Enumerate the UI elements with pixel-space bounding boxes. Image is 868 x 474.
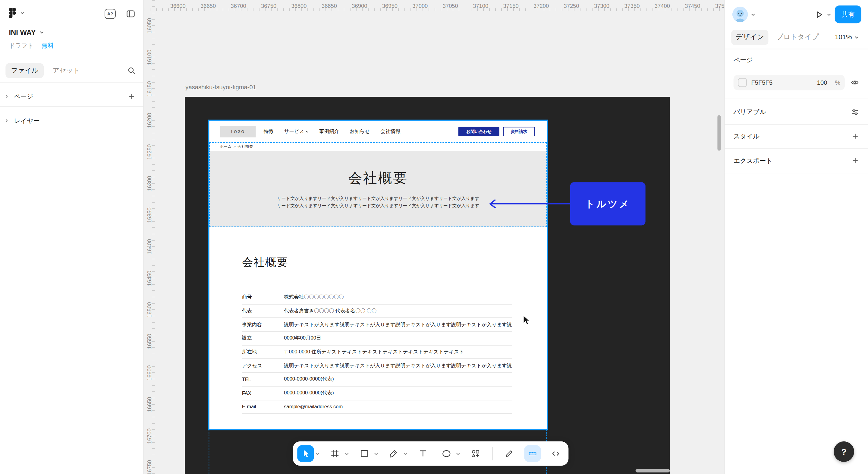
- chevron-right-icon[interactable]: [4, 94, 9, 98]
- annotation-note[interactable]: トルツメ: [570, 182, 646, 225]
- table-row[interactable]: E-mail sample@mailaddress.com: [242, 400, 512, 414]
- table-row[interactable]: 代表 代表者肩書き〇〇〇〇 代表者名〇〇 〇〇: [242, 304, 512, 318]
- nav-item: サービス: [284, 128, 309, 135]
- company-spec-table[interactable]: 商号 株式会社〇〇〇〇〇〇〇〇 代表 代表者肩書き〇〇〇〇 代表者名〇〇 〇〇 …: [242, 291, 512, 414]
- table-row[interactable]: 所在地 〒000-0000 住所テキストテキストテキストテキストテキストテキスト…: [242, 346, 512, 359]
- tab-assets[interactable]: アセット: [53, 66, 80, 75]
- text-tool-button[interactable]: [415, 445, 431, 462]
- panel-toggle-icon[interactable]: [126, 9, 135, 18]
- search-icon[interactable]: [127, 66, 135, 75]
- tab-prototype[interactable]: プロトタイプ: [776, 32, 818, 41]
- left-sidebar: A? INI WAY ドラフト 無料 ファイル アセット: [0, 0, 144, 474]
- export-section-label[interactable]: エクスポート: [734, 156, 772, 165]
- actions-shapes-button[interactable]: [467, 445, 484, 462]
- variables-section-label[interactable]: バリアブル: [734, 108, 766, 116]
- nav-item: 会社情報: [380, 128, 400, 135]
- help-button[interactable]: ?: [834, 441, 854, 462]
- mouse-cursor: [523, 315, 531, 327]
- frame-tool-button[interactable]: [327, 445, 343, 462]
- ruler-number: 16300: [144, 168, 155, 200]
- eye-icon[interactable]: [850, 78, 859, 87]
- page-color-field[interactable]: F5F5F5 100 %: [734, 75, 845, 90]
- code-icon: [551, 449, 560, 458]
- table-row[interactable]: 事業内容 説明テキストが入ります説明テキストが入ります説明テキストが入ります説明…: [242, 318, 512, 332]
- a-question-icon[interactable]: A?: [104, 9, 116, 19]
- row-value: 0000年00月00日: [284, 335, 512, 342]
- add-page-button[interactable]: [128, 93, 135, 100]
- chevron-down-icon[interactable]: [751, 12, 756, 17]
- ruler-number: 37200: [526, 2, 556, 9]
- row-label: 事業内容: [242, 321, 284, 328]
- color-hex-value[interactable]: F5F5F5: [751, 79, 812, 86]
- row-label: E-mail: [242, 404, 284, 410]
- row-label: 所在地: [242, 348, 284, 355]
- ruler-number: 16450: [144, 263, 155, 294]
- vertical-scrollbar[interactable]: [717, 115, 721, 151]
- sidebar-item-layers[interactable]: レイヤー: [14, 117, 40, 125]
- ruler-number: 36850: [314, 2, 344, 9]
- color-swatch[interactable]: [738, 78, 747, 87]
- chevron-down-icon[interactable]: [827, 12, 832, 17]
- present-play-icon[interactable]: [814, 10, 824, 19]
- row-value: 説明テキストが入ります説明テキストが入ります説明テキストが入ります説明テキストが…: [284, 321, 512, 328]
- frame-name-label[interactable]: yasashiku-tsuyoi-figma-01: [185, 84, 256, 90]
- move-tool-button[interactable]: [297, 445, 314, 462]
- row-label: アクセス: [242, 362, 284, 369]
- chevron-down-icon[interactable]: [374, 451, 379, 456]
- table-row[interactable]: アクセス 説明テキストが入ります説明テキストが入ります説明テキストが入ります説明…: [242, 359, 512, 373]
- table-row[interactable]: 設立 0000年00月00日: [242, 332, 512, 345]
- zoom-control[interactable]: 101%: [835, 33, 859, 41]
- hero-lead-text: リード文が入りますリード文が入りますリード文が入りますリード文が入りますリード文…: [277, 195, 479, 210]
- ruler-number: 36600: [163, 2, 193, 9]
- nav-item: お知らせ: [350, 128, 370, 135]
- color-opacity-value[interactable]: 100: [817, 79, 827, 86]
- ruler-number: 36750: [253, 2, 284, 9]
- design-nav: 特徴 サービス 事例紹介 お知らせ 会社情報: [264, 128, 400, 135]
- share-button[interactable]: 共有: [835, 5, 861, 23]
- chevron-down-icon[interactable]: [344, 451, 349, 456]
- styles-section-label[interactable]: スタイル: [734, 132, 760, 141]
- row-value: 株式会社〇〇〇〇〇〇〇〇: [284, 294, 512, 301]
- row-value: 0000-0000-0000(代表): [284, 376, 512, 383]
- canvas[interactable]: 3660036650367003675036800368503690036950…: [144, 0, 724, 474]
- sidebar-item-pages[interactable]: ページ: [14, 92, 33, 101]
- team-name-dropdown[interactable]: INI WAY: [9, 28, 44, 37]
- pen-tool-button[interactable]: [385, 445, 402, 462]
- variables-settings-icon[interactable]: [851, 108, 859, 116]
- pencil-tool-button[interactable]: [501, 445, 518, 462]
- ruler-number: 16100: [144, 41, 155, 73]
- rectangle-tool-button[interactable]: [356, 445, 373, 462]
- figma-menu-button[interactable]: [9, 8, 25, 19]
- shape-ellipse-tool-button[interactable]: [438, 445, 455, 462]
- free-plan-link[interactable]: 無料: [41, 41, 54, 50]
- chevron-down-icon[interactable]: [456, 451, 461, 456]
- add-style-button[interactable]: [851, 132, 859, 140]
- tab-design[interactable]: デザイン: [731, 30, 768, 45]
- ruler-number: 36800: [284, 2, 314, 9]
- toolbar-divider: [492, 447, 493, 460]
- row-label: 商号: [242, 294, 284, 301]
- design-hero-section[interactable]: 会社概要 リード文が入りますリード文が入りますリード文が入りますリード文が入りま…: [209, 151, 547, 227]
- add-export-button[interactable]: [851, 157, 859, 165]
- table-row[interactable]: FAX 0000-0000-0000(代表): [242, 387, 512, 400]
- table-row[interactable]: TEL 0000-0000-0000(代表): [242, 373, 512, 386]
- company-section-title: 会社概要: [242, 255, 547, 270]
- horizontal-scrollbar[interactable]: [636, 469, 670, 473]
- tab-files[interactable]: ファイル: [5, 63, 44, 78]
- dev-mode-code-button[interactable]: [548, 445, 564, 462]
- design-header[interactable]: LOGO 特徴 サービス 事例紹介 お知らせ 会社情報 お問い合わせ 資料請求: [209, 121, 547, 142]
- chevron-right-icon[interactable]: [4, 119, 9, 123]
- ruler-number: 37350: [617, 2, 647, 9]
- chevron-down-icon: [854, 35, 859, 40]
- ruler-number: 37300: [587, 2, 617, 9]
- chevron-down-icon[interactable]: [403, 451, 408, 456]
- chevron-down-icon[interactable]: [315, 451, 320, 456]
- ruler-number: 36950: [375, 2, 405, 9]
- avatar[interactable]: [733, 7, 748, 22]
- selected-page-frame[interactable]: LOGO 特徴 サービス 事例紹介 お知らせ 会社情報 お問い合わせ 資料請求 …: [209, 121, 547, 429]
- ruler-number: 16700: [144, 420, 155, 452]
- table-row[interactable]: 商号 株式会社〇〇〇〇〇〇〇〇: [242, 291, 512, 304]
- measure-tool-button[interactable]: [524, 445, 541, 462]
- ellipse-icon: [441, 449, 451, 458]
- ruler-number: 16150: [144, 73, 155, 105]
